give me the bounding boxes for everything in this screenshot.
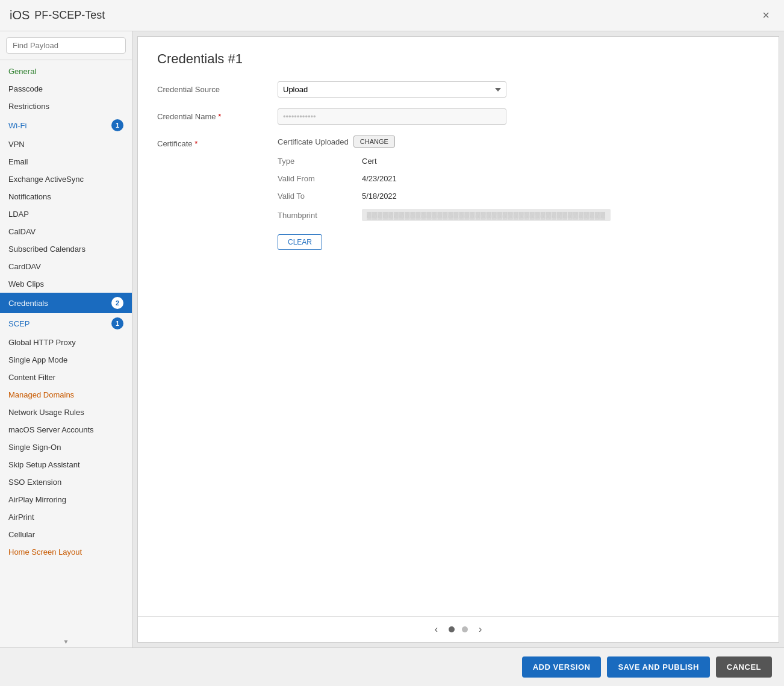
title-bar-left: iOS PF-SCEP-Test [10, 8, 105, 22]
credential-name-row: Credential Name * [157, 108, 759, 125]
sidebar-item-label: Web Clips [8, 279, 44, 288]
sidebar-item-network-usage-rules[interactable]: Network Usage Rules [0, 404, 132, 421]
sidebar-item-label: Cellular [8, 530, 35, 539]
sidebar-item-label: VPN [8, 140, 25, 149]
sidebar-item-email[interactable]: Email [0, 153, 132, 170]
sidebar-item-global-http-proxy[interactable]: Global HTTP Proxy [0, 334, 132, 351]
sidebar-item-wifi[interactable]: Wi-Fi 1 [0, 115, 132, 136]
sidebar-item-label: Credentials [8, 299, 48, 308]
title-bar: iOS PF-SCEP-Test × [0, 0, 784, 31]
credentials-badge: 2 [111, 297, 123, 309]
cert-thumbprint-label: Thumbprint [278, 211, 362, 220]
content-inner: Credentials #1 Credential Source Upload … [137, 36, 779, 643]
sidebar-item-subscribed-calendars[interactable]: Subscribed Calendars [0, 240, 132, 258]
sidebar-item-label: Content Filter [8, 373, 55, 382]
credential-name-control [278, 108, 506, 125]
search-input[interactable] [6, 37, 126, 54]
sidebar-item-airplay-mirroring[interactable]: AirPlay Mirroring [0, 491, 132, 508]
sidebar-item-cellular[interactable]: Cellular [0, 526, 132, 543]
sidebar-item-home-screen-layout[interactable]: Home Screen Layout [0, 543, 132, 561]
sidebar-item-label: CardDAV [8, 262, 41, 271]
content-footer: ‹ › [138, 616, 779, 642]
sidebar-item-general[interactable]: General [0, 63, 132, 80]
change-button[interactable]: CHANGE [353, 136, 395, 148]
sidebar-item-label: Network Usage Rules [8, 408, 84, 417]
sidebar-list: General Passcode Restrictions Wi-Fi 1 VP… [0, 60, 132, 636]
save-publish-button[interactable]: SAVE AND PUBLISH [607, 656, 709, 678]
cert-uploaded-text: Certificate Uploaded [278, 137, 349, 146]
cert-valid-from-value: 4/23/2021 [362, 174, 397, 183]
cert-thumbprint-row: Thumbprint ▓▓▓▓▓▓▓▓▓▓▓▓▓▓▓▓▓▓▓▓▓▓▓▓▓▓▓▓▓… [278, 209, 759, 221]
sidebar-item-label: Managed Domains [8, 390, 74, 399]
next-page-button[interactable]: › [475, 623, 485, 636]
sidebar-item-airprint[interactable]: AirPrint [0, 508, 132, 526]
sidebar-item-scep[interactable]: SCEP 1 [0, 313, 132, 334]
cert-valid-from-row: Valid From 4/23/2021 [278, 174, 759, 183]
sidebar-item-label: macOS Server Accounts [8, 425, 94, 434]
add-version-button[interactable]: ADD VERSION [522, 656, 602, 678]
certificate-row: Certificate * Certificate Uploaded CHANG… [157, 136, 759, 250]
cert-type-row: Type Cert [278, 157, 759, 166]
page-dot-2[interactable] [462, 626, 468, 632]
sidebar-search-container [0, 31, 132, 60]
credential-name-input[interactable] [278, 108, 506, 125]
sidebar-item-label: Single App Mode [8, 355, 67, 364]
sidebar-item-label: General [8, 67, 36, 76]
sidebar-item-label: Wi-Fi [8, 121, 26, 130]
sidebar-item-passcode[interactable]: Passcode [0, 80, 132, 98]
sidebar-item-label: Subscribed Calendars [8, 245, 86, 254]
credential-name-label: Credential Name * [157, 108, 278, 121]
required-marker: * [218, 112, 221, 121]
platform-label: iOS [10, 8, 30, 22]
sidebar-item-ldap[interactable]: LDAP [0, 205, 132, 223]
sidebar-item-label: AirPlay Mirroring [8, 495, 66, 504]
sidebar-item-sso-extension[interactable]: SSO Extension [0, 473, 132, 491]
sidebar-item-notifications[interactable]: Notifications [0, 188, 132, 205]
sidebar-item-skip-setup-assistant[interactable]: Skip Setup Assistant [0, 456, 132, 473]
sidebar-item-vpn[interactable]: VPN [0, 136, 132, 153]
sidebar-item-managed-domains[interactable]: Managed Domains [0, 386, 132, 404]
cert-uploaded-row: Certificate Uploaded CHANGE [278, 136, 759, 148]
sidebar-item-single-app-mode[interactable]: Single App Mode [0, 351, 132, 369]
main-content: General Passcode Restrictions Wi-Fi 1 VP… [0, 31, 784, 647]
clear-button[interactable]: CLEAR [278, 234, 322, 250]
sidebar-item-credentials[interactable]: Credentials 2 [0, 293, 132, 313]
sidebar-item-content-filter[interactable]: Content Filter [0, 369, 132, 386]
action-bar: ADD VERSION SAVE AND PUBLISH CANCEL [0, 647, 784, 686]
sidebar-item-caldav[interactable]: CalDAV [0, 223, 132, 240]
sidebar-item-single-sign-on[interactable]: Single Sign-On [0, 438, 132, 456]
sidebar-item-label: Exchange ActiveSync [8, 175, 84, 184]
cert-thumbprint-value: ▓▓▓▓▓▓▓▓▓▓▓▓▓▓▓▓▓▓▓▓▓▓▓▓▓▓▓▓▓▓▓▓▓▓▓▓▓▓▓▓… [362, 209, 611, 221]
sidebar-scroll-down[interactable]: ▼ [0, 636, 132, 647]
cert-valid-to-label: Valid To [278, 192, 362, 201]
wifi-badge: 1 [111, 119, 123, 131]
sidebar-item-carddav[interactable]: CardDAV [0, 258, 132, 275]
section-title: Credentials #1 [157, 51, 759, 67]
prev-page-button[interactable]: ‹ [431, 623, 441, 636]
certificate-details: Certificate Uploaded CHANGE Type Cert Va… [278, 136, 759, 250]
scep-badge: 1 [111, 317, 123, 329]
sidebar-item-label: SCEP [8, 319, 30, 328]
sidebar-item-restrictions[interactable]: Restrictions [0, 98, 132, 115]
close-button[interactable]: × [758, 6, 774, 25]
content-panel: Credentials #1 Credential Source Upload … [132, 31, 784, 647]
credential-source-label: Credential Source [157, 81, 278, 94]
profile-name: PF-SCEP-Test [34, 9, 105, 22]
sidebar-item-label: LDAP [8, 210, 29, 219]
sidebar-item-macos-server-accounts[interactable]: macOS Server Accounts [0, 421, 132, 438]
sidebar-item-label: Notifications [8, 192, 51, 201]
sidebar-item-label: SSO Extension [8, 478, 61, 487]
cancel-button[interactable]: CANCEL [716, 656, 772, 678]
sidebar-item-label: CalDAV [8, 227, 36, 236]
sidebar: General Passcode Restrictions Wi-Fi 1 VP… [0, 31, 132, 647]
cert-type-value: Cert [362, 157, 377, 166]
credential-source-row: Credential Source Upload SCEP Active Dir… [157, 81, 759, 98]
sidebar-item-web-clips[interactable]: Web Clips [0, 275, 132, 293]
sidebar-item-label: Home Screen Layout [8, 547, 82, 557]
sidebar-item-exchange[interactable]: Exchange ActiveSync [0, 170, 132, 188]
credential-source-select[interactable]: Upload SCEP Active Directory Certificate [278, 81, 506, 98]
required-marker: * [194, 139, 198, 148]
cert-valid-to-row: Valid To 5/18/2022 [278, 192, 759, 201]
sidebar-item-label: Passcode [8, 84, 43, 93]
page-dot-1[interactable] [449, 626, 455, 632]
